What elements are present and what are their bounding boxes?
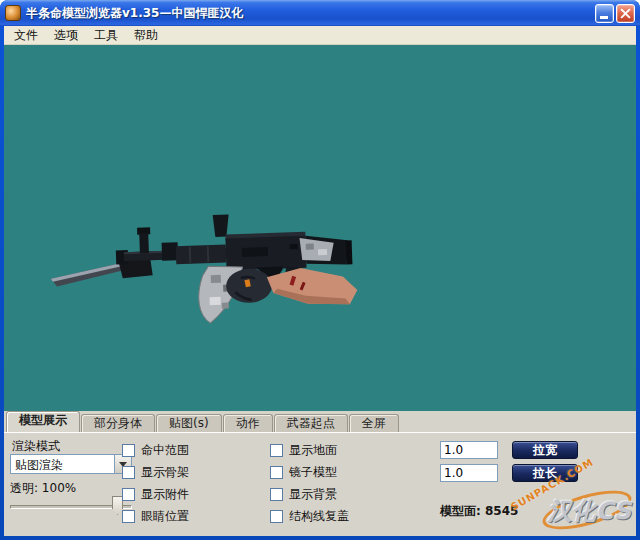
barrel bbox=[123, 225, 228, 267]
checkbox-row-hitboxes[interactable]: 命中范围 bbox=[122, 439, 270, 461]
receiver bbox=[213, 212, 307, 271]
minimize-button[interactable] bbox=[595, 4, 614, 23]
tab-sequences[interactable]: 动作 bbox=[223, 414, 273, 432]
checkbox-bones[interactable] bbox=[122, 466, 135, 479]
menu-help[interactable]: 帮助 bbox=[126, 25, 166, 46]
menu-tools[interactable]: 工具 bbox=[86, 25, 126, 46]
tab-model-display[interactable]: 模型展示 bbox=[6, 411, 80, 432]
render-mode-label: 渲染模式 bbox=[12, 438, 60, 455]
checkbox-row-mirror[interactable]: 镜子模型 bbox=[270, 461, 438, 483]
stretch-controls: 拉宽 拉长 bbox=[440, 441, 578, 487]
close-icon bbox=[620, 8, 631, 19]
checkbox-mirror[interactable] bbox=[270, 466, 283, 479]
stretch-width-button[interactable]: 拉宽 bbox=[512, 441, 578, 459]
checkbox-row-attachments[interactable]: 显示附件 bbox=[122, 483, 270, 505]
tab-weapon-origin[interactable]: 武器起点 bbox=[274, 414, 348, 432]
app-window: 半条命模型浏览器v1.35—中国悍匪汉化 文件 选项 工具 帮助 bbox=[0, 0, 640, 540]
checkbox-label: 显示地面 bbox=[289, 442, 337, 459]
checkbox-label: 显示背景 bbox=[289, 486, 337, 503]
tab-bar: 模型展示 部分身体 贴图(s) 动作 武器起点 全屏 bbox=[4, 411, 636, 432]
checkbox-row-background[interactable]: 显示背景 bbox=[270, 483, 438, 505]
checkbox-eye-position[interactable] bbox=[122, 510, 135, 523]
titlebar[interactable]: 半条命模型浏览器v1.35—中国悍匪汉化 bbox=[0, 0, 640, 26]
stretch-length-button[interactable]: 拉长 bbox=[512, 464, 578, 482]
checkbox-label: 命中范围 bbox=[141, 442, 189, 459]
checkbox-label: 眼睛位置 bbox=[141, 508, 189, 525]
menu-bar: 文件 选项 工具 帮助 bbox=[4, 26, 636, 45]
checkbox-row-ground[interactable]: 显示地面 bbox=[270, 439, 438, 461]
checkbox-attachments[interactable] bbox=[122, 488, 135, 501]
control-panel: 渲染模式 贴图渲染 透明: 100% 命中范围 显示地面 bbox=[4, 432, 636, 536]
weapon-model bbox=[4, 45, 636, 411]
close-button[interactable] bbox=[616, 4, 635, 23]
checkbox-row-bones[interactable]: 显示骨架 bbox=[122, 461, 270, 483]
model-viewport[interactable] bbox=[4, 45, 636, 411]
render-mode-select[interactable]: 贴图渲染 bbox=[10, 454, 132, 474]
window-body: 文件 选项 工具 帮助 bbox=[4, 26, 636, 536]
checkbox-label: 显示骨架 bbox=[141, 464, 189, 481]
tab-fullscreen[interactable]: 全屏 bbox=[349, 414, 399, 432]
checkbox-row-wireframe-overlay[interactable]: 结构线复盖 bbox=[270, 505, 438, 527]
window-title: 半条命模型浏览器v1.35—中国悍匪汉化 bbox=[26, 5, 595, 22]
opacity-slider[interactable] bbox=[10, 495, 132, 517]
render-mode-value: 贴图渲染 bbox=[11, 455, 114, 473]
checkbox-hitboxes[interactable] bbox=[122, 444, 135, 457]
checkbox-label: 显示附件 bbox=[141, 486, 189, 503]
stock bbox=[299, 234, 352, 266]
menu-file[interactable]: 文件 bbox=[6, 25, 46, 46]
minimize-icon bbox=[600, 16, 608, 19]
menu-options[interactable]: 选项 bbox=[46, 25, 86, 46]
stretch-width-input[interactable] bbox=[440, 441, 498, 459]
checkbox-background[interactable] bbox=[270, 488, 283, 501]
checkbox-group: 命中范围 显示地面 显示骨架 镜子模型 显示附件 bbox=[122, 439, 438, 527]
poly-count-label: 模型面: 8545 bbox=[440, 503, 518, 520]
checkbox-wireframe-overlay[interactable] bbox=[270, 510, 283, 523]
checkbox-row-eye-position[interactable]: 眼睛位置 bbox=[122, 505, 270, 527]
tab-body-parts[interactable]: 部分身体 bbox=[81, 414, 155, 432]
app-icon bbox=[5, 5, 21, 21]
checkbox-label: 镜子模型 bbox=[289, 464, 337, 481]
checkbox-ground[interactable] bbox=[270, 444, 283, 457]
tab-textures[interactable]: 贴图(s) bbox=[156, 414, 222, 432]
checkbox-label: 结构线复盖 bbox=[289, 508, 349, 525]
stretch-length-input[interactable] bbox=[440, 464, 498, 482]
window-controls bbox=[595, 4, 635, 23]
